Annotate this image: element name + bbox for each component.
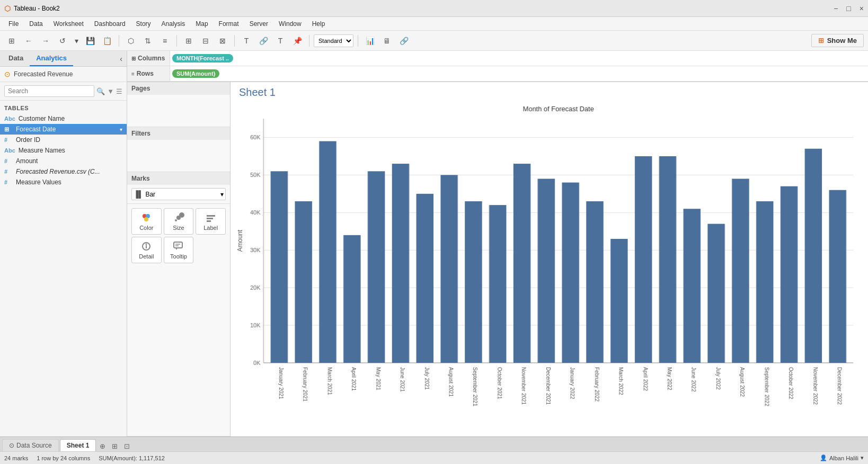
field-order-id[interactable]: # Order ID [0, 135, 127, 145]
toolbar-fit-btn[interactable]: ⊞ [181, 33, 196, 48]
titlebar-left: ⬡ Tableau - Book2 [4, 4, 60, 13]
filter-icon[interactable]: ▼ [107, 87, 114, 95]
field-amount[interactable]: # Amount [0, 156, 127, 166]
field-measure-names[interactable]: Abc Measure Names [0, 145, 127, 156]
titlebar-controls: − □ × [834, 4, 864, 13]
columns-pill[interactable]: MONTH(Forecast .. [172, 54, 233, 63]
toolbar-text-btn[interactable]: T [239, 33, 254, 48]
toolbar-chart-btn[interactable]: 📊 [362, 33, 377, 48]
data-source-tab-label: Data Source [16, 442, 52, 449]
pages-card: Pages [127, 82, 230, 127]
collapse-panel-btn[interactable]: ‹ [118, 52, 125, 65]
field-label: Amount [16, 157, 38, 165]
svg-rect-7 [207, 218, 213, 219]
tab-data[interactable]: Data [2, 51, 30, 66]
filters-card-header: Filters [127, 127, 230, 140]
toolbar-sep1 [119, 35, 119, 47]
marks-count: 24 marks [4, 455, 28, 461]
field-customer-name[interactable]: Abc Customer Name [0, 113, 127, 124]
svg-rect-6 [207, 215, 215, 217]
show-me-button[interactable]: ⊞ Show Me [811, 34, 864, 47]
rows-pill[interactable]: SUM(Amount) [172, 69, 219, 78]
marks-color-btn[interactable]: Color [131, 208, 162, 235]
sum-amount: SUM(Amount): 1,117,512 [99, 455, 165, 461]
user-dropdown-icon[interactable]: ▾ [861, 454, 864, 461]
list-view-icon[interactable]: ☰ [116, 87, 122, 95]
duplicate-sheet-btn[interactable]: ⊞ [109, 441, 120, 451]
marks-type-select[interactable]: ▐▌ Bar ▾ [131, 188, 226, 200]
field-measure-values[interactable]: # Measure Values [0, 177, 127, 188]
toolbar-fit2-btn[interactable]: ⊟ [198, 33, 213, 48]
marks-label-btn[interactable]: Label [196, 208, 226, 235]
field-icon-abc: Abc [4, 147, 15, 154]
close-icon[interactable]: × [860, 4, 864, 13]
marks-card: Marks ▐▌ Bar ▾ [127, 172, 230, 436]
menu-dashboard[interactable]: Dashboard [90, 19, 130, 29]
chart-area: Sheet 1 [231, 82, 868, 436]
menu-file[interactable]: File [4, 19, 23, 29]
columns-content[interactable]: MONTH(Forecast .. [170, 51, 868, 66]
toolbar-link-btn[interactable]: 🔗 [256, 33, 271, 48]
toolbar-fit3-btn[interactable]: ⊠ [215, 33, 230, 48]
toolbar-new-datasource-btn[interactable]: 📋 [100, 33, 114, 48]
standard-dropdown[interactable]: Standard [314, 34, 353, 47]
field-icon-abc: Abc [4, 115, 15, 122]
toolbar-undo-btn[interactable]: ↺ [55, 33, 70, 48]
minimize-icon[interactable]: − [834, 4, 838, 13]
field-forecast-date[interactable]: ⊞ Forecast Date ▾ [0, 124, 127, 135]
titlebar: ⬡ Tableau - Book2 − □ × [0, 0, 868, 17]
bar-chart-icon: ▐▌ [134, 190, 143, 198]
field-label: Order ID [16, 136, 40, 144]
menu-format[interactable]: Format [215, 19, 243, 29]
field-forecasted-revenue-csv[interactable]: # Forecasted Revenue.csv (C... [0, 166, 127, 177]
marks-detail-btn[interactable]: Detail [131, 237, 162, 263]
data-analytics-tabs: Data Analytics ‹ [0, 51, 127, 67]
show-me-label: Show Me [827, 37, 857, 44]
svg-marker-13 [175, 248, 178, 250]
field-icon-hash: # [4, 168, 13, 175]
sheet1-tab[interactable]: Sheet 1 [60, 439, 96, 451]
marks-tooltip-btn[interactable]: Tooltip [164, 237, 194, 263]
sheet-nav-btn[interactable]: ⊡ [121, 441, 132, 451]
menu-story[interactable]: Story [132, 19, 155, 29]
toolbar-forward-btn[interactable]: → [38, 33, 53, 48]
menu-analysis[interactable]: Analysis [157, 19, 190, 29]
add-sheet-btn[interactable]: ⊕ [97, 441, 108, 451]
size-icon [173, 212, 184, 224]
columns-icon: ⊞ [131, 56, 136, 61]
menu-worksheet[interactable]: Worksheet [49, 19, 88, 29]
toolbar-share-btn[interactable]: 🔗 [396, 33, 411, 48]
toolbar-sort-btn[interactable]: ≡ [157, 33, 172, 48]
toolbar-swap-btn[interactable]: ⇅ [140, 33, 155, 48]
menu-server[interactable]: Server [245, 19, 272, 29]
maximize-icon[interactable]: □ [846, 4, 851, 13]
menu-window[interactable]: Window [274, 19, 306, 29]
data-source-label: ⊙ Forecasted Revenue [0, 67, 127, 82]
toolbar-home-btn[interactable]: ⊞ [4, 33, 19, 48]
menu-map[interactable]: Map [191, 19, 212, 29]
toolbar-pin-btn[interactable]: 📌 [290, 33, 305, 48]
label-btn-label: Label [203, 225, 218, 231]
field-dropdown-icon[interactable]: ▾ [120, 127, 122, 132]
toolbar-back-btn[interactable]: ← [21, 33, 36, 48]
toolbar-undo-dropdown[interactable]: ▾ [72, 33, 81, 48]
menu-help[interactable]: Help [308, 19, 330, 29]
rows-icon: ≡ [131, 71, 135, 77]
rows-shelf: ≡ Rows SUM(Amount) [127, 66, 868, 82]
marks-size-btn[interactable]: Size [164, 208, 194, 235]
tab-analytics[interactable]: Analytics [30, 51, 73, 66]
marks-buttons-grid: Color Size [127, 204, 230, 267]
toolbar-sep5 [358, 35, 358, 47]
toolbar-connect-btn[interactable]: ⬡ [123, 33, 138, 48]
data-source-name: Forecasted Revenue [14, 70, 73, 78]
toolbar-text2-btn[interactable]: T [273, 33, 288, 48]
field-icon-date: ⊞ [4, 126, 13, 133]
field-label: Measure Values [16, 179, 61, 186]
search-input[interactable] [4, 85, 94, 97]
menu-data[interactable]: Data [25, 19, 47, 29]
tooltip-btn-label: Tooltip [170, 253, 187, 260]
toolbar-monitor-btn[interactable]: 🖥 [379, 33, 394, 48]
data-source-tab[interactable]: ⊙ Data Source [2, 439, 59, 451]
rows-content[interactable]: SUM(Amount) [170, 66, 868, 81]
toolbar-save-btn[interactable]: 💾 [83, 33, 98, 48]
